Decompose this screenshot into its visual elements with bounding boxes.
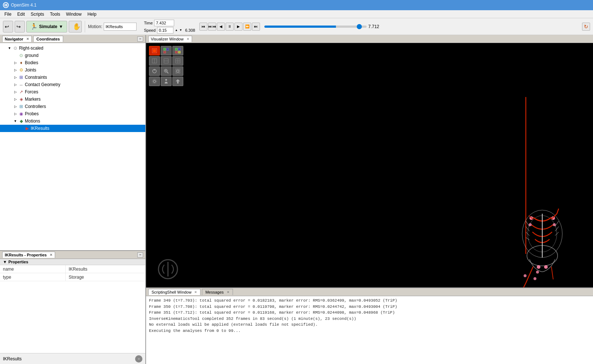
motion-input[interactable] bbox=[104, 23, 137, 31]
tab-visualizer[interactable]: Visualizer Window ✕ bbox=[148, 36, 192, 42]
time-slider[interactable] bbox=[264, 26, 367, 28]
3d-scene bbox=[146, 35, 593, 287]
output-line-0: Frame 349 (t=7.703): total squared error… bbox=[149, 298, 590, 304]
output-line-6: Executing the analyses from 0 to 99... bbox=[149, 328, 590, 334]
tree-item-model[interactable]: ▼ ⊙ Right-scaled bbox=[0, 44, 145, 52]
probes-label: Probes bbox=[25, 111, 39, 116]
speed-down-arrow[interactable]: ▼ bbox=[179, 28, 182, 32]
tree-item-motions[interactable]: ▼ ◆ Motions bbox=[0, 117, 145, 125]
tree-item-ground[interactable]: ⊙ ground bbox=[0, 52, 145, 59]
simulate-icon: 🏃 bbox=[30, 23, 38, 30]
svg-line-35 bbox=[555, 221, 559, 226]
expand-motions[interactable]: ▼ bbox=[13, 119, 18, 123]
time-label: Time bbox=[144, 21, 153, 25]
time-input[interactable] bbox=[154, 20, 174, 26]
menu-file[interactable]: File bbox=[1, 11, 14, 18]
expand-constraints[interactable]: ▷ bbox=[13, 75, 18, 80]
menu-window[interactable]: Window bbox=[63, 11, 85, 18]
simulate-button[interactable]: 🏃 Simulate ▼ bbox=[26, 21, 67, 32]
tree-item-controllers[interactable]: ▷ ⊞ Controllers bbox=[0, 103, 145, 110]
app-icon bbox=[3, 2, 9, 8]
model-icon: ⊙ bbox=[12, 45, 18, 51]
motions-icon: ◆ bbox=[18, 118, 24, 124]
expand-forces[interactable]: ▷ bbox=[13, 90, 18, 94]
svg-line-31 bbox=[526, 221, 529, 226]
toolbar-divider-1 bbox=[85, 21, 85, 32]
ikresults-label: IKResults bbox=[31, 126, 49, 131]
properties-close-icon[interactable]: ✕ bbox=[50, 253, 53, 257]
frame-back-button[interactable]: ◀ bbox=[217, 23, 225, 31]
loop-button[interactable]: ↻ bbox=[582, 23, 590, 31]
contact-geometry-icon: – bbox=[18, 82, 24, 88]
prop-val-name: IKResults bbox=[66, 265, 145, 273]
play-button[interactable]: ▶ bbox=[234, 23, 242, 31]
simulate-label: Simulate bbox=[39, 24, 57, 29]
tree-item-joints[interactable]: ▷ ⚙ Joints bbox=[0, 66, 145, 74]
expand-controllers[interactable]: ▷ bbox=[13, 104, 18, 109]
tree-item-markers[interactable]: ▷ ◈ Markers bbox=[0, 96, 145, 103]
tree-item-ikresults[interactable]: ▶ IKResults bbox=[0, 125, 145, 132]
tree-item-constraints[interactable]: ▷ ⊞ Constraints bbox=[0, 74, 145, 81]
properties-header: IKResults - Properties ✕ – bbox=[0, 251, 145, 259]
markers-icon: ◈ bbox=[18, 96, 24, 102]
properties-section-header: ▼ Properties bbox=[0, 259, 145, 265]
speed-up-arrow[interactable]: ▲ bbox=[175, 28, 178, 32]
svg-point-43 bbox=[544, 265, 548, 269]
messages-close-icon[interactable]: ✕ bbox=[227, 290, 230, 294]
expand-properties-section[interactable]: ▼ bbox=[3, 260, 7, 264]
menu-tools[interactable]: Tools bbox=[47, 11, 63, 18]
menu-edit[interactable]: Edit bbox=[14, 11, 28, 18]
expand-joints[interactable]: ▷ bbox=[13, 68, 18, 72]
forward-button[interactable]: ↪ bbox=[15, 21, 25, 32]
tree-item-probes[interactable]: ▷ ◉ Probes bbox=[0, 110, 145, 117]
back-button[interactable]: ↩ bbox=[3, 21, 13, 32]
menu-scripts[interactable]: Scripts bbox=[28, 11, 47, 18]
right-panel: Visualizer Window ✕ bbox=[146, 35, 593, 364]
tab-coordinates-label: Coordinates bbox=[37, 37, 60, 41]
tab-coordinates[interactable]: Coordinates bbox=[33, 36, 63, 42]
time-slider-container: 7.712 bbox=[264, 24, 579, 29]
expand-probes[interactable]: ▷ bbox=[13, 112, 18, 116]
status-text: IKResults bbox=[3, 356, 22, 361]
motions-label: Motions bbox=[25, 119, 40, 124]
navigator-minimize-button[interactable]: – bbox=[137, 36, 143, 42]
skip-to-end-button[interactable]: ⏭ bbox=[252, 23, 260, 31]
skip-to-start-button[interactable]: ⏮ bbox=[199, 23, 207, 31]
tab-navigator[interactable]: Navigator ✕ bbox=[2, 36, 32, 42]
constraints-label: Constraints bbox=[25, 75, 47, 80]
left-panel: Navigator ✕ Coordinates – ▼ ⊙ Right-scal… bbox=[0, 35, 146, 364]
time-end-label: 7.712 bbox=[368, 24, 379, 29]
tab-scripting-shell[interactable]: ScriptingShell Window ✕ bbox=[148, 289, 200, 295]
tab-navigator-close[interactable]: ✕ bbox=[26, 37, 29, 41]
expand-contact-geometry[interactable]: ▷ bbox=[13, 82, 18, 87]
visualizer-header: Visualizer Window ✕ bbox=[146, 35, 593, 43]
tree-item-bodies[interactable]: ▷ ♦ Bodies bbox=[0, 59, 145, 66]
expand-model[interactable]: ▼ bbox=[7, 46, 12, 50]
title-bar: OpenSim 4.1 bbox=[0, 0, 593, 10]
controllers-label: Controllers bbox=[25, 104, 46, 109]
expand-bodies[interactable]: ▷ bbox=[13, 61, 18, 65]
forces-icon: ↗ bbox=[18, 89, 24, 95]
tab-navigator-label: Navigator bbox=[5, 37, 23, 41]
step-back-button[interactable]: ⏭⏭ bbox=[208, 23, 216, 31]
visualizer-close-icon[interactable]: ✕ bbox=[187, 37, 190, 41]
ground-label: ground bbox=[25, 53, 38, 58]
forces-label: Forces bbox=[25, 89, 38, 94]
tree-item-contact-geometry[interactable]: ▷ – Contact Geometry bbox=[0, 81, 145, 88]
model-label: Right-scaled bbox=[19, 46, 43, 51]
run-button[interactable]: ✋ bbox=[69, 21, 82, 32]
tab-ikresults-properties[interactable]: IKResults - Properties ✕ bbox=[2, 252, 55, 258]
scripting-close-icon[interactable]: ✕ bbox=[194, 290, 197, 294]
tab-messages-label: Messages bbox=[205, 290, 223, 294]
speed-input[interactable] bbox=[157, 27, 173, 34]
expand-markers[interactable]: ▷ bbox=[13, 97, 18, 101]
time-speed-section: Time Speed ▲ ▼ 6.308 bbox=[144, 20, 195, 34]
frame-forward-button[interactable]: ⏩ bbox=[243, 23, 251, 31]
menu-help[interactable]: Help bbox=[84, 11, 99, 18]
tab-messages[interactable]: Messages ✕ bbox=[202, 289, 233, 295]
visualizer-window[interactable]: Visualizer Window ✕ bbox=[146, 35, 593, 287]
properties-minimize-button[interactable]: – bbox=[137, 252, 143, 257]
tree-item-forces[interactable]: ▷ ↗ Forces bbox=[0, 88, 145, 96]
output-line-5: No external loads will be applied (exter… bbox=[149, 322, 590, 328]
pause-button[interactable]: ⏸ bbox=[226, 23, 234, 31]
